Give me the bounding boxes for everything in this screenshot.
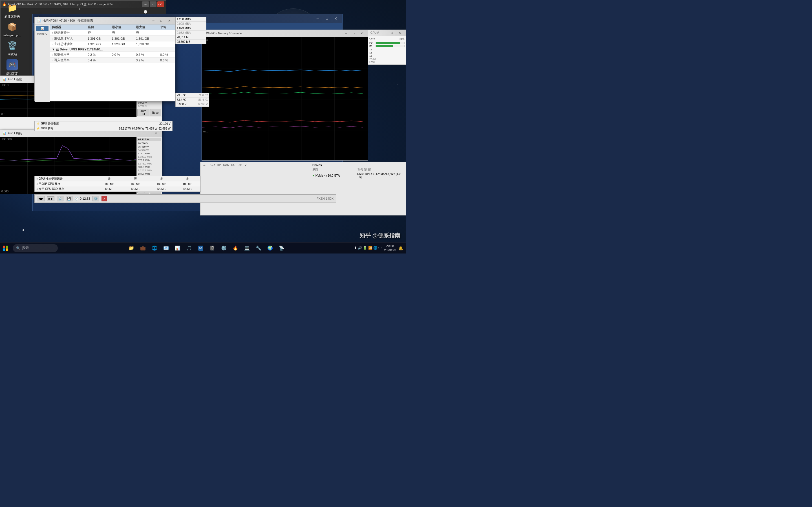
temp-row-2: 83.4 °C81.4 °C — [175, 98, 209, 102]
freq-num-2: 14 — [369, 52, 405, 54]
gp-m2: 76.459 W — [137, 145, 161, 149]
taskbar-cpu-button[interactable]: 💻 — [242, 243, 252, 253]
furmark-maximize-button[interactable]: □ — [150, 1, 156, 7]
drive-model: UMIS RPEYJ1T24MKN2QWY [1.0 TB] — [357, 172, 403, 179]
gp-m4s: 1,375.2 MHz — [137, 162, 161, 165]
taskbar-system-tray: ⬆ 🔊 🔋 📶 🌐 中 20:58 2023/3/3 🔔 — [354, 244, 406, 252]
taskbar-extra2-button[interactable]: 🌍 — [265, 243, 275, 253]
taskbar-search-box[interactable]: 🔍 搜索 — [13, 244, 58, 252]
hwinfo-close-button[interactable]: ✕ — [165, 18, 173, 23]
hwinfo-sidebar: 📊 HWiNFO — [35, 24, 50, 102]
star-large-1 — [144, 10, 147, 13]
gpu-perf-data: ○ GPU 性能受限因素 是 否 是 是 ○ 已分配 GPU 显存 186 MB… — [35, 176, 200, 191]
hwinfo-nav-left-button[interactable]: ◀▶ — [37, 196, 45, 202]
hwinfo-settings-button[interactable]: ⚙️ — [93, 196, 99, 202]
gpu-power-row: ⚡ GPU 功耗 65.117 W 64.576 W 76.459 W 52.4… — [35, 126, 172, 131]
interface-col-header: 界面 — [312, 168, 357, 172]
gpu-temp-reset-button[interactable]: Reset — [150, 109, 161, 116]
gpu-voltage-row: ⚡ GPU 超低电压 20.196 V — [35, 121, 172, 126]
search-placeholder: 搜索 — [22, 245, 29, 250]
taskbar-store-button[interactable]: 💼 — [138, 243, 148, 253]
taskbar-resource-monitor-button[interactable]: 📊 — [172, 243, 183, 253]
notification-icon: 🔔 — [398, 246, 403, 250]
taskbar-mail-button[interactable]: 📧 — [161, 243, 171, 253]
hwinfo-sidebar-label: HWiNFO — [37, 33, 47, 35]
hwinfo-time-display: 🕐 0:12:33 — [75, 197, 90, 201]
cpu-freq-maximize-button[interactable]: □ — [388, 31, 396, 35]
lenovo-controls: ─ □ ✕ — [313, 15, 340, 22]
clock-date: 2023/3/3 — [384, 248, 396, 252]
gpu-temp-autofit-button[interactable]: Auto Fit — [137, 109, 149, 116]
lenovo-close-button[interactable]: ✕ — [332, 15, 340, 22]
mem-detail-maximize-button[interactable]: □ — [350, 31, 357, 36]
hwinfo-controls: ─ □ ✕ — [150, 18, 173, 23]
gp-m5: 507.0 MHz — [137, 165, 161, 169]
speed-row-1: 1.280 MB/s — [175, 17, 206, 22]
hwinfo-icon: 📊 — [37, 18, 42, 23]
clock-time: 20:58 — [384, 244, 396, 248]
games-icon: 🎮 — [6, 59, 18, 70]
mem-detail-close-button[interactable]: ✕ — [358, 31, 365, 36]
drives-title: Drives — [312, 163, 403, 167]
desktop-icon-tuba[interactable]: 📦 tubagongjv... — [2, 21, 22, 37]
gp-m3s: 1,503.2 MHz — [137, 155, 161, 159]
drive-interface: NVMe 4x 16.0 GT/s — [315, 174, 357, 177]
rc-header: RC — [231, 163, 235, 166]
lenovo-maximize-button[interactable]: □ — [322, 15, 331, 22]
taskbar-clock[interactable]: 20:58 2023/3/3 — [384, 244, 396, 252]
taskbar-bluetooth-button[interactable]: 📡 — [276, 243, 287, 253]
recycle-icon: 🗑️ — [6, 40, 18, 51]
taskbar-furmark-button[interactable]: 🔥 — [231, 243, 241, 253]
ext-header: Ext. — [238, 163, 242, 166]
desktop-icon-new-folder[interactable]: 📁 新建文件夹 — [2, 2, 22, 18]
hwinfo-maximize-button[interactable]: □ — [158, 18, 165, 23]
col-avg: 平均 — [158, 24, 175, 30]
taskbar-hwinfo64-button[interactable]: 64 — [196, 243, 206, 253]
tuba-icon: 📦 — [6, 21, 18, 33]
hwinfo-window: 📊 HWiNFO64 v7.26-4800 - 传感器状态 ─ □ ✕ 📊 HW… — [35, 17, 175, 101]
freq-num-3: 13 — [369, 54, 405, 57]
taskbar-steam-button[interactable]: ⚙️ — [219, 243, 229, 253]
cpu-freq-close-button[interactable]: ✕ — [396, 31, 403, 35]
taskbar-notebook-button[interactable]: 📓 — [207, 243, 217, 253]
gpu-pow-val4: 76.459 W — [145, 127, 157, 130]
memory-detail-window: HWiNFO - Memory / Controller ─ □ ✕ — [202, 30, 368, 161]
ras-header: RAS — [223, 163, 229, 166]
taskbar-edge-button[interactable]: 🌐 — [149, 243, 160, 253]
desktop-icon-recycle[interactable]: 🗑️ 回收站 — [2, 40, 22, 56]
cpu-freq-numbers: 15 14 13 — [369, 49, 405, 57]
memory-window: CL RCD RP RAS RC Ext. V Drives 界面 型号 [容量… — [200, 162, 406, 216]
hwinfo-minimize-button[interactable]: ─ — [150, 18, 157, 23]
furmark-minimize-button[interactable]: ─ — [142, 1, 149, 7]
desktop-icon-games[interactable]: 🎮 游戏加加 — [2, 59, 22, 75]
recycle-label: 回收站 — [8, 52, 17, 56]
taskbar-start-button[interactable] — [0, 242, 11, 254]
gpu-pow-val3: 64.576 W — [132, 127, 144, 130]
hwinfo-clock-icon: 🕐 — [75, 197, 79, 201]
hwinfo-sensor-button[interactable]: 📡 — [57, 196, 63, 202]
table-row: ○ 主机总计读取 1,328 GB1,328 GB1,328 GB — [50, 41, 175, 47]
lenovo-minimize-button[interactable]: ─ — [313, 15, 322, 22]
furmark-win-controls: ─ □ ✕ — [142, 1, 164, 7]
gpu-power-close-button[interactable]: ✕ — [152, 131, 160, 136]
hwinfo-nav-right-button[interactable]: ▶▶ — [47, 196, 54, 201]
taskbar-extra1-button[interactable]: 🔧 — [253, 243, 264, 253]
cpu-hvci: HVCI — [369, 61, 405, 63]
games-label: 游戏加加 — [6, 71, 18, 75]
taskbar-music-button[interactable]: 🎵 — [184, 243, 194, 253]
rp-header: RP — [217, 163, 221, 166]
gpu-pow-icon: ⚡ — [36, 127, 40, 130]
hwinfo-export-button[interactable]: 💾 — [66, 196, 72, 202]
mem-detail-minimize-button[interactable]: ─ — [342, 31, 350, 36]
v-header: V — [245, 163, 247, 166]
cpu-bar-p0-label: P0 — [369, 41, 374, 44]
freq-num-1: 15 — [369, 49, 405, 52]
cpu-freq-minimize-button[interactable]: ─ — [380, 31, 388, 35]
cpu-bar-p1-track — [375, 45, 405, 47]
drives-section: Drives 界面 型号 [容量] ● NVMe 4x 16.0 GT/s UM… — [310, 162, 406, 180]
hwinfo-reset-button[interactable]: ✕ — [101, 196, 107, 202]
memory-sections: CL RCD RP RAS RC Ext. V Drives 界面 型号 [容量… — [200, 162, 406, 180]
taskbar-explorer-button[interactable]: 📁 — [126, 243, 137, 253]
mem-detail-title: HWiNFO - Memory / Controller — [204, 32, 341, 35]
star-6 — [397, 84, 398, 86]
